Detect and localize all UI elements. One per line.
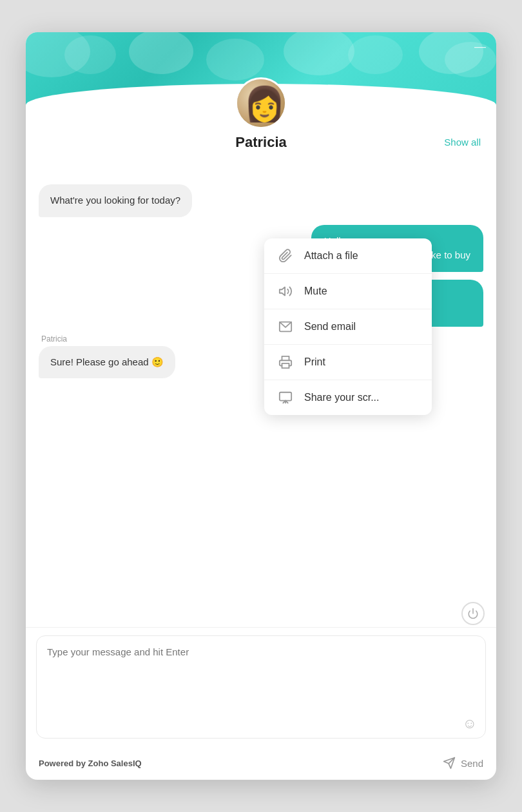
- paperclip-icon: [277, 247, 294, 264]
- svg-rect-2: [282, 363, 289, 368]
- svg-rect-3: [280, 392, 291, 401]
- screen-share-icon: [277, 389, 294, 406]
- svg-marker-0: [280, 287, 285, 296]
- context-menu-label: Print: [304, 356, 325, 368]
- message-bubble: Sure! Please go ahead 🙂: [39, 346, 175, 379]
- message-input[interactable]: [36, 635, 486, 739]
- sender-label: Patricia: [39, 334, 67, 343]
- context-menu-label: Mute: [304, 285, 327, 297]
- agent-name: Patricia: [235, 134, 287, 151]
- envelope-icon: [277, 318, 294, 335]
- context-menu: Attach a file Mute Send email: [264, 238, 432, 415]
- agent-avatar: [235, 77, 287, 129]
- context-menu-label: Send email: [304, 321, 356, 333]
- chat-header: — Patricia Show all: [26, 32, 496, 174]
- minimize-button[interactable]: —: [474, 40, 486, 53]
- powered-by-brand: Zoho SalesIQ: [88, 759, 142, 768]
- send-button[interactable]: Send: [443, 757, 483, 769]
- chat-footer: Powered by Zoho SalesIQ Send: [26, 749, 496, 780]
- context-menu-item-share[interactable]: Share your scr...: [264, 380, 432, 415]
- show-all-button[interactable]: Show all: [444, 137, 481, 148]
- message-incoming-1: What're you looking for today?: [39, 184, 328, 217]
- speaker-icon: [277, 283, 294, 300]
- printer-icon: [277, 354, 294, 371]
- context-menu-item-attach[interactable]: Attach a file: [264, 238, 432, 274]
- send-label: Send: [461, 758, 483, 769]
- chat-widget: — Patricia Show all What're you looking …: [26, 32, 496, 780]
- message-bubble: What're you looking for today?: [39, 184, 192, 217]
- avatar-image: [237, 79, 285, 127]
- power-button[interactable]: [461, 602, 485, 625]
- powered-by: Powered by Zoho SalesIQ: [39, 759, 142, 768]
- context-menu-label: Attach a file: [304, 250, 358, 262]
- send-icon: [443, 757, 456, 769]
- chat-input-area: ☺: [26, 627, 496, 749]
- context-menu-label: Share your scr...: [304, 392, 380, 403]
- input-box-wrapper: ☺: [36, 635, 486, 741]
- context-menu-item-print[interactable]: Print: [264, 345, 432, 380]
- powered-by-prefix: Powered by: [39, 759, 88, 768]
- emoji-button[interactable]: ☺: [463, 715, 477, 732]
- context-menu-item-email[interactable]: Send email: [264, 309, 432, 345]
- context-menu-item-mute[interactable]: Mute: [264, 274, 432, 309]
